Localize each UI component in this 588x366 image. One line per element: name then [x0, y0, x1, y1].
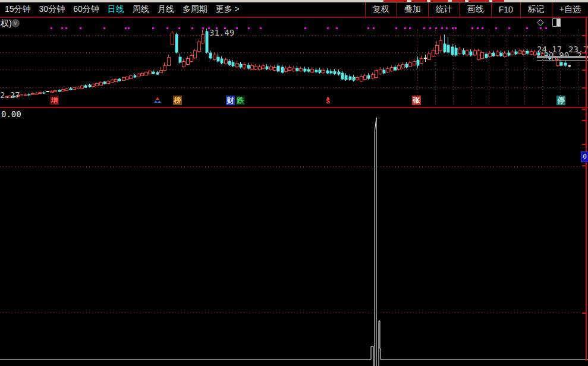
main-right-axis	[586, 18, 587, 108]
axis-tick	[582, 165, 586, 166]
axis-tick	[582, 35, 586, 36]
axis-tick	[582, 144, 586, 145]
axis-tick	[582, 52, 586, 53]
indicator-spike-line	[0, 0, 588, 366]
app-window: 15分钟30分钟60分钟日线周线月线多周期更多 > 复权叠加统计画线F10标记+…	[0, 0, 588, 366]
axis-tick	[582, 120, 586, 121]
axis-tick	[582, 70, 586, 71]
axis-tick	[582, 109, 586, 110]
axis-tick	[582, 313, 586, 314]
axis-tick	[582, 87, 586, 89]
axis-zero-badge: 0	[581, 152, 588, 162]
indicator-right-axis	[586, 108, 587, 361]
